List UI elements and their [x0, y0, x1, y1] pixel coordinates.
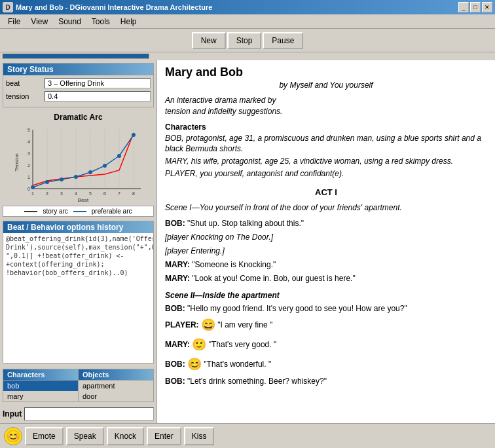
enter-button[interactable]: Enter — [147, 427, 181, 445]
line-mary-1: "Someone is Knocking." — [192, 260, 276, 269]
char-mary-desc: MARY, his wife, protagonist, age 25, a v… — [165, 156, 487, 167]
speaker-bob-2: BOB: — [165, 304, 185, 313]
pause-button[interactable]: Pause — [263, 32, 303, 49]
app-icon: D — [3, 2, 13, 12]
title-bar-left: D Mary and Bob - DGiovanni Interactive D… — [3, 2, 212, 12]
minimize-button[interactable]: _ — [458, 2, 469, 12]
toolbar: New Stop Pause — [0, 29, 495, 52]
speaker-mary-3: MARY: — [165, 339, 190, 348]
input-label: Input — [3, 409, 22, 419]
svg-text:5: 5 — [89, 191, 92, 196]
line-player-1: "I am very fine " — [217, 320, 272, 329]
window-title: Mary and Bob - DGiovanni Interactive Dra… — [16, 3, 212, 11]
preferable-arc-label: preferable arc — [92, 208, 132, 215]
svg-point-25 — [31, 185, 35, 189]
char-objects-panel: Characters bob mary Objects apartment do… — [3, 369, 154, 402]
obj-door[interactable]: door — [79, 391, 153, 401]
char-mary[interactable]: mary — [3, 391, 78, 401]
scene2-desc: Scene II—Inside the apartment — [165, 291, 487, 300]
svg-point-27 — [60, 177, 64, 181]
close-button[interactable]: ✕ — [482, 2, 492, 12]
story-status-title: Story Status — [3, 64, 153, 75]
objects-col: Objects apartment door — [79, 369, 153, 401]
dialogue-1: BOB: "Shut up. Stop talking about this." — [165, 217, 487, 229]
preferable-arc-line — [73, 211, 86, 212]
tension-value: 0.4 — [45, 91, 151, 102]
line-mary-2: "Look at you! Come in. Bob, our guest is… — [192, 274, 355, 283]
menu-view[interactable]: View — [26, 16, 53, 28]
behavior-text[interactable]: @beat_offering_drink{id(3),name('Offerin… — [3, 233, 153, 363]
drama-content[interactable]: Mary and Bob by Myself and You yourself … — [157, 60, 495, 423]
title-bar: D Mary and Bob - DGiovanni Interactive D… — [0, 0, 495, 14]
chart-title: Dramatic Arc — [3, 113, 154, 122]
drama-intro: An interactive drama marked by tension a… — [165, 95, 487, 117]
svg-point-28 — [74, 175, 78, 179]
dialogue-bob-2: BOB: "Hello my good friend. It's very go… — [165, 303, 487, 314]
svg-text:1: 1 — [31, 191, 34, 196]
speaker-mary-1: MARY: — [165, 260, 190, 269]
knock-button[interactable]: Knock — [107, 427, 144, 445]
dialogue-mary-1: MARY: "Someone is Knocking." — [165, 259, 487, 271]
arc-svg: Tension 0 1 2 3 4 5 1 2 3 4 5 6 7 8 — [13, 123, 144, 202]
svg-text:7: 7 — [118, 191, 120, 196]
menu-help[interactable]: Help — [115, 16, 142, 28]
characters-header: Characters — [3, 369, 78, 381]
story-arc-label: story arc — [43, 208, 67, 215]
speaker-bob-4: BOB: — [165, 377, 185, 386]
objects-header: Objects — [79, 369, 153, 381]
svg-point-32 — [132, 133, 136, 137]
emoji-mary-1: 🙂 — [192, 338, 206, 351]
drama-title: Mary and Bob — [165, 65, 487, 79]
speaker-player-1: PLAYER: — [165, 320, 199, 329]
progress-area — [0, 52, 495, 60]
speaker-bob-1: BOB: — [165, 219, 185, 228]
characters-heading: Characters — [165, 122, 487, 132]
tension-label: tension — [6, 92, 42, 100]
speak-button[interactable]: Speak — [66, 427, 104, 445]
svg-point-30 — [103, 164, 107, 168]
speaker-mary-2: MARY: — [165, 274, 190, 283]
svg-text:3: 3 — [28, 151, 30, 156]
left-panel: Story Status beat 3 – Offering Drink ten… — [0, 60, 157, 423]
svg-text:2: 2 — [28, 163, 30, 168]
line-bob-3: "That's wonderful. " — [204, 359, 271, 368]
dialogue-bob-3: BOB: 😊 "That's wonderful. " — [165, 356, 487, 373]
stage-entering: [player Entering.] — [165, 246, 225, 255]
beat-value: 3 – Offering Drink — [45, 78, 151, 88]
action-bar: 😊 Emote Speak Knock Enter Kiss — [0, 423, 495, 448]
line-bob-2: "Hello my good friend. It's very good to… — [187, 304, 407, 313]
char-player-desc: PLAYER, you yourself, antagonist and con… — [165, 168, 487, 179]
menu-file[interactable]: File — [3, 16, 26, 28]
story-status-panel: Story Status beat 3 – Offering Drink ten… — [3, 63, 154, 107]
dramatic-arc-chart: Dramatic Arc Tension 0 1 2 3 4 5 1 2 3 4… — [3, 113, 154, 202]
tension-row: tension 0.4 — [6, 91, 151, 102]
kiss-button[interactable]: Kiss — [184, 427, 215, 445]
maximize-button[interactable]: □ — [470, 2, 481, 12]
svg-text:6: 6 — [103, 191, 106, 196]
svg-text:5: 5 — [28, 128, 30, 132]
menu-tools[interactable]: Tools — [86, 16, 115, 28]
dialogue-player-1: PLAYER: 😄 "I am very fine " — [165, 316, 487, 334]
obj-apartment[interactable]: apartment — [79, 381, 153, 391]
progress-bar — [3, 54, 149, 59]
char-bob[interactable]: bob — [3, 381, 78, 391]
input-field[interactable] — [24, 407, 154, 420]
behavior-section: Beat / Behavior options history @beat_of… — [3, 221, 154, 364]
emoji-player-1: 😄 — [201, 318, 215, 331]
menu-sound[interactable]: Sound — [53, 16, 86, 28]
characters-col: Characters bob mary — [3, 369, 78, 401]
svg-text:4: 4 — [75, 191, 77, 196]
chart-legend: story arc preferable arc — [3, 206, 154, 217]
stop-button[interactable]: Stop — [227, 32, 262, 49]
svg-point-29 — [88, 170, 92, 174]
emote-button[interactable]: Emote — [25, 427, 64, 445]
input-area: Input — [3, 407, 154, 420]
story-arc-line — [24, 211, 37, 212]
title-bar-controls[interactable]: _ □ ✕ — [458, 2, 492, 12]
dialogue-mary-2: MARY: "Look at you! Come in. Bob, our gu… — [165, 272, 487, 284]
svg-point-31 — [117, 154, 121, 158]
line-mary-3: "That's very good. " — [209, 339, 277, 348]
new-button[interactable]: New — [192, 32, 226, 49]
dialogue-bob-4: BOB: "Let's drink something. Beer? whisk… — [165, 375, 487, 387]
menu-bar: File View Sound Tools Help — [0, 14, 495, 29]
